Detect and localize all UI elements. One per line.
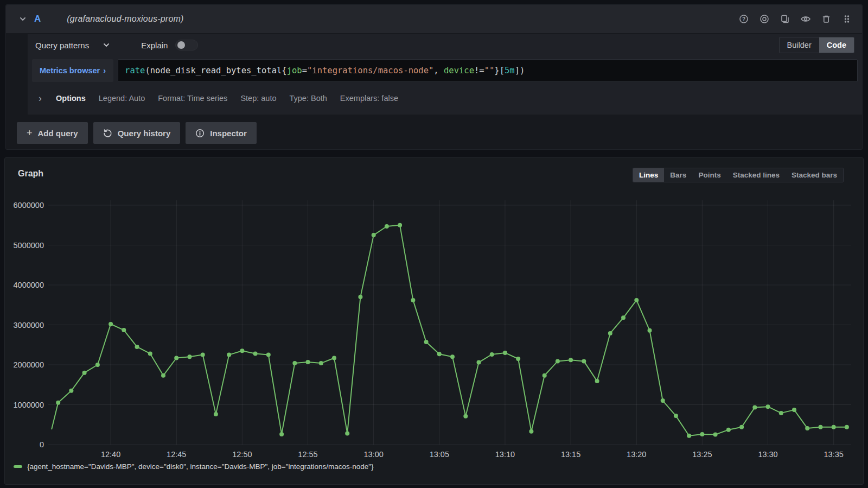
data-point[interactable]	[201, 353, 205, 357]
chevron-right-icon: ›	[103, 66, 106, 75]
datasource-title: (grafanacloud-moxious-prom)	[67, 14, 183, 24]
data-point[interactable]	[805, 426, 809, 430]
data-point[interactable]	[779, 411, 783, 415]
explain-toggle[interactable]	[175, 40, 198, 50]
data-point[interactable]	[529, 429, 533, 434]
data-point[interactable]	[227, 353, 231, 357]
duplicate-copy-icon[interactable]	[777, 11, 793, 27]
metrics-browser-label: Metrics browser	[40, 66, 100, 75]
query-options-row[interactable]: › Options Legend: AutoFormat: Time serie…	[32, 86, 858, 110]
data-point[interactable]	[161, 373, 165, 378]
data-point[interactable]	[819, 425, 823, 429]
data-point[interactable]	[687, 434, 691, 438]
query-history-button[interactable]: Query history	[93, 122, 181, 144]
data-point[interactable]	[253, 351, 258, 356]
data-point[interactable]	[398, 223, 402, 227]
query-row-header[interactable]: A (grafanacloud-moxious-prom) ?	[6, 5, 862, 33]
chevron-down-icon	[103, 42, 110, 48]
page: A (grafanacloud-moxious-prom) ?	[0, 0, 868, 488]
x-tick-label: 13:05	[415, 450, 464, 459]
query-token: }[	[494, 66, 505, 75]
data-point[interactable]	[542, 373, 547, 378]
data-point[interactable]	[108, 322, 113, 326]
data-point[interactable]	[279, 432, 284, 436]
data-point[interactable]	[648, 328, 652, 333]
data-point[interactable]	[385, 224, 389, 229]
data-point[interactable]	[477, 360, 481, 365]
data-point[interactable]	[595, 379, 599, 383]
drag-handle-icon[interactable]	[839, 11, 854, 27]
data-point[interactable]	[503, 351, 507, 355]
data-point[interactable]	[726, 428, 731, 432]
data-point[interactable]	[95, 363, 100, 367]
collapse-chevron-down-icon[interactable]	[19, 15, 27, 23]
y-tick-label: 6000000	[8, 200, 44, 211]
query-patterns-button[interactable]: Query patterns	[35, 41, 110, 50]
data-point[interactable]	[332, 356, 336, 360]
data-point[interactable]	[214, 412, 218, 416]
query-token: =	[302, 66, 307, 75]
data-point[interactable]	[122, 328, 126, 332]
remove-query-trash-icon[interactable]	[819, 11, 834, 27]
data-point[interactable]	[292, 361, 297, 365]
hide-response-eye-icon[interactable]	[798, 11, 813, 27]
query-actions: + Add query Query history Inspector	[17, 122, 257, 144]
data-point[interactable]	[450, 354, 455, 359]
help-icon[interactable]: ?	[736, 11, 751, 27]
query-editor-card: A (grafanacloud-moxious-prom) ?	[5, 4, 863, 150]
time-series-chart[interactable]: 0100000020000003000000400000050000006000…	[5, 158, 863, 484]
data-point[interactable]	[56, 401, 60, 405]
data-point[interactable]	[674, 414, 678, 418]
data-point[interactable]	[135, 345, 139, 349]
data-point[interactable]	[752, 405, 757, 410]
data-point[interactable]	[463, 414, 468, 419]
metrics-browser-button[interactable]: Metrics browser ›	[32, 59, 113, 82]
plot-area[interactable]	[48, 200, 851, 445]
code-mode-button[interactable]: Code	[819, 37, 854, 53]
data-point[interactable]	[148, 351, 152, 356]
data-point[interactable]	[69, 389, 73, 393]
data-point[interactable]	[188, 354, 192, 359]
data-point[interactable]	[713, 433, 718, 437]
y-tick-label: 4000000	[8, 280, 44, 290]
data-point[interactable]	[792, 408, 796, 412]
data-point[interactable]	[174, 356, 178, 360]
data-point[interactable]	[411, 298, 415, 302]
options-chevron-right-icon[interactable]: ›	[39, 93, 42, 103]
data-point[interactable]	[345, 431, 349, 435]
data-point[interactable]	[516, 357, 520, 361]
data-point[interactable]	[424, 340, 429, 344]
data-point[interactable]	[437, 352, 442, 356]
data-point[interactable]	[358, 295, 362, 299]
data-point[interactable]	[766, 404, 770, 409]
data-point[interactable]	[306, 360, 310, 364]
data-point[interactable]	[582, 359, 586, 363]
series-color-marker[interactable]	[14, 465, 22, 468]
data-point[interactable]	[82, 371, 87, 375]
data-point[interactable]	[266, 353, 271, 357]
disable-query-record-icon[interactable]	[757, 11, 772, 27]
data-point[interactable]	[319, 361, 323, 365]
data-point[interactable]	[569, 358, 573, 362]
data-point[interactable]	[608, 331, 612, 335]
query-patterns-label: Query patterns	[35, 41, 89, 50]
data-point[interactable]	[490, 352, 494, 357]
data-point[interactable]	[634, 298, 639, 302]
data-point[interactable]	[621, 315, 626, 320]
data-point[interactable]	[700, 432, 704, 436]
data-point[interactable]	[240, 348, 244, 353]
series-legend-label[interactable]: {agent_hostname="Davids-MBP", device="di…	[27, 462, 374, 471]
data-point[interactable]	[661, 398, 665, 403]
inspector-button[interactable]: Inspector	[186, 122, 257, 144]
data-point[interactable]	[739, 425, 744, 429]
add-query-button[interactable]: + Add query	[17, 122, 88, 144]
query-token: rate	[125, 66, 145, 75]
data-point[interactable]	[845, 425, 849, 429]
data-point[interactable]	[372, 233, 376, 237]
data-point[interactable]	[832, 425, 836, 429]
builder-mode-button[interactable]: Builder	[780, 37, 819, 53]
query-editor-body: Query patterns Explain Builder Code Metr…	[6, 33, 862, 149]
query-code-input[interactable]: rate(node_disk_read_bytes_total{job="int…	[118, 59, 858, 82]
query-token: (node_disk_read_bytes_total{	[145, 66, 286, 75]
data-point[interactable]	[556, 359, 560, 363]
